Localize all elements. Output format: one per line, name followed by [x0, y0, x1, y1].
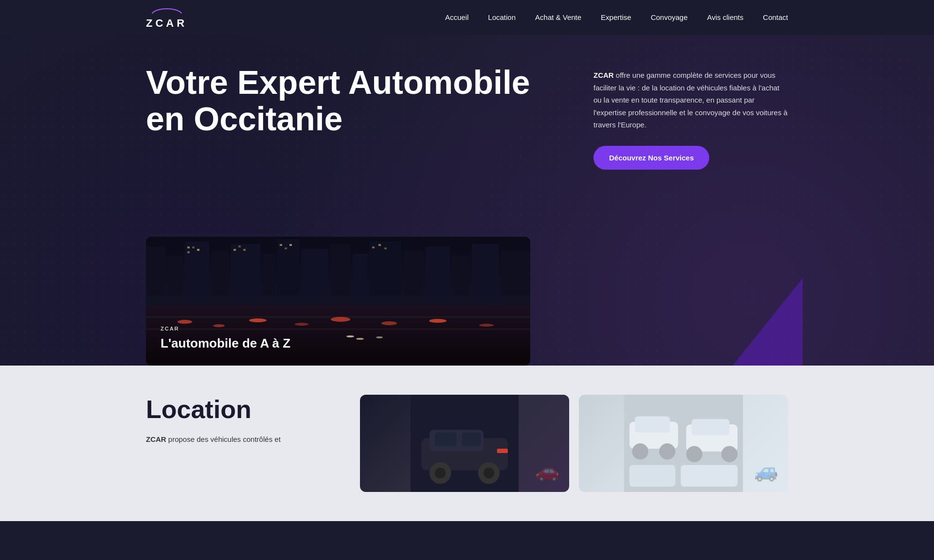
hero-right: ZCAR offre une gamme complète de service… [593, 64, 788, 170]
location-desc-text: propose des véhicules contrôlés et [166, 435, 281, 443]
hero-content: Votre Expert Automobile en Occitanie ZCA… [0, 35, 934, 222]
svg-rect-6 [231, 244, 260, 295]
card-brand-label: ZCAR [161, 326, 180, 332]
svg-rect-19 [192, 246, 195, 248]
nav-item-location[interactable]: Location [488, 13, 516, 22]
svg-rect-8 [277, 239, 299, 295]
nav-link-expertise[interactable]: Expertise [601, 13, 631, 21]
nav-link-location[interactable]: Location [488, 13, 516, 21]
nav-link-accueil[interactable]: Accueil [445, 13, 468, 21]
nav-link-avis-clients[interactable]: Avis clients [707, 13, 744, 21]
card-tagline: L'automobile de A à Z [161, 336, 290, 351]
svg-point-40 [429, 319, 447, 323]
hero-desc-text: offre une gamme complète de services pou… [593, 71, 788, 129]
svg-rect-2 [146, 246, 165, 295]
svg-rect-7 [263, 254, 275, 295]
logo-text: ZCAR [146, 17, 187, 30]
svg-rect-14 [426, 246, 450, 295]
image-section: Harbor Fwy ZCAR L'automobile de A à Z [0, 222, 934, 366]
dark-car-img [360, 395, 569, 492]
svg-point-64 [686, 446, 702, 462]
svg-rect-56 [497, 449, 508, 453]
svg-rect-29 [378, 244, 381, 246]
svg-point-44 [376, 336, 383, 338]
svg-rect-23 [238, 245, 241, 247]
purple-accent [725, 278, 803, 366]
location-description: ZCAR propose des véhicules contrôlés et [146, 434, 331, 445]
nav-link-contact[interactable]: Contact [763, 13, 788, 21]
svg-rect-18 [187, 246, 190, 248]
cta-button[interactable]: Découvrez Nos Services [593, 146, 709, 170]
svg-rect-20 [187, 251, 190, 253]
hero-section: Votre Expert Automobile en Occitanie ZCA… [0, 35, 934, 366]
svg-rect-17 [501, 251, 530, 295]
svg-point-38 [331, 317, 350, 322]
svg-rect-54 [435, 433, 456, 446]
location-text: Location ZCAR propose des véhicules cont… [146, 395, 331, 445]
hero-desc-brand: ZCAR [593, 71, 614, 79]
svg-rect-9 [302, 249, 328, 295]
svg-point-50 [435, 468, 446, 478]
svg-point-65 [721, 446, 737, 462]
nav-link-achat-vente[interactable]: Achat & Vente [535, 13, 581, 21]
svg-point-35 [213, 324, 225, 327]
svg-rect-10 [331, 244, 350, 295]
svg-rect-30 [384, 247, 387, 249]
svg-rect-21 [197, 249, 199, 251]
svg-point-52 [484, 468, 494, 478]
location-images [360, 395, 788, 492]
svg-rect-31 [146, 305, 530, 366]
svg-rect-13 [404, 251, 423, 295]
svg-rect-12 [370, 242, 401, 295]
nav-item-accueil[interactable]: Accueil [445, 13, 468, 22]
nav-item-expertise[interactable]: Expertise [601, 13, 631, 22]
svg-rect-28 [372, 246, 375, 248]
svg-rect-16 [472, 244, 499, 295]
nav-links: Accueil Location Achat & Vente Expertise… [445, 13, 788, 22]
hero-title: Votre Expert Automobile en Occitanie [146, 64, 555, 137]
location-section: Location ZCAR propose des véhicules cont… [0, 366, 934, 521]
svg-rect-22 [234, 249, 236, 251]
nav-item-avis-clients[interactable]: Avis clients [707, 13, 744, 22]
nav-item-achat-vente[interactable]: Achat & Vente [535, 13, 581, 22]
navbar: ZCAR Accueil Location Achat & Vente Expe… [0, 0, 934, 35]
logo[interactable]: ZCAR [146, 5, 187, 30]
svg-rect-59 [635, 416, 670, 432]
hero-image-card: Harbor Fwy ZCAR L'automobile de A à Z [146, 237, 530, 366]
white-cars-svg [579, 395, 788, 492]
svg-rect-67 [681, 465, 737, 486]
svg-point-41 [479, 324, 494, 327]
svg-rect-25 [280, 244, 282, 246]
svg-point-37 [295, 323, 308, 326]
hero-description: ZCAR offre une gamme complète de service… [593, 69, 788, 131]
svg-point-42 [346, 335, 354, 337]
svg-rect-5 [212, 251, 229, 295]
svg-rect-27 [289, 244, 292, 246]
svg-rect-3 [168, 256, 182, 295]
svg-rect-24 [243, 249, 246, 251]
svg-rect-15 [452, 256, 469, 295]
svg-rect-63 [692, 419, 730, 435]
nav-link-convoyage[interactable]: Convoyage [651, 13, 688, 21]
location-image-1 [360, 395, 569, 492]
svg-point-60 [632, 443, 648, 459]
nav-item-convoyage[interactable]: Convoyage [651, 13, 688, 22]
dark-car-svg [360, 395, 569, 492]
svg-point-39 [381, 321, 397, 325]
location-title: Location [146, 395, 331, 424]
white-cars-img [579, 395, 788, 492]
svg-rect-26 [285, 247, 287, 249]
svg-point-43 [356, 338, 364, 340]
svg-rect-66 [629, 465, 675, 486]
svg-rect-11 [353, 254, 367, 295]
svg-rect-55 [462, 433, 481, 446]
hero-left: Votre Expert Automobile en Occitanie [146, 64, 555, 157]
location-desc-brand: ZCAR [146, 435, 166, 443]
svg-point-61 [659, 443, 675, 459]
location-image-2 [579, 395, 788, 492]
svg-point-36 [249, 318, 267, 322]
logo-car-icon [147, 5, 186, 17]
nav-item-contact[interactable]: Contact [763, 13, 788, 22]
svg-point-34 [178, 320, 192, 324]
